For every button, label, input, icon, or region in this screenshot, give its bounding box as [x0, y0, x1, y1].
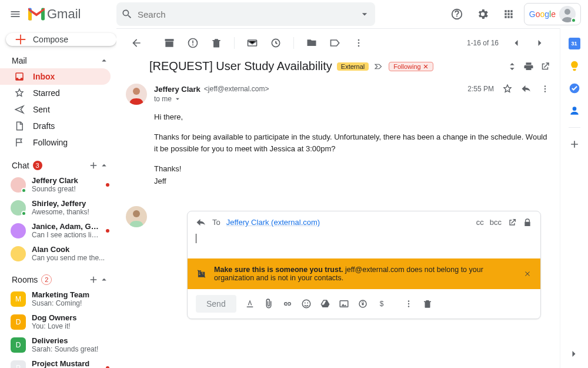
nav-drafts[interactable]: Drafts [0, 118, 111, 134]
compose-label: Compose [33, 35, 68, 44]
apps-grid-icon [503, 8, 514, 20]
room-item[interactable]: PProject MustardSusan: Wow, great d... [0, 356, 116, 368]
archive-icon [163, 37, 175, 49]
archive-button[interactable] [159, 32, 180, 54]
more-vert-icon[interactable] [403, 299, 414, 309]
nav-inbox[interactable]: Inbox [0, 68, 111, 85]
main-menu-button[interactable] [5, 4, 26, 25]
keep-app-icon[interactable] [569, 60, 580, 72]
apps-button[interactable] [498, 4, 519, 25]
reply-icon[interactable] [521, 84, 532, 94]
hide-panel-button[interactable] [568, 348, 580, 360]
message: Jeffery Clark <jeff@external.com> 2:55 P… [116, 79, 560, 206]
svg-point-15 [307, 302, 308, 303]
close-icon[interactable] [524, 269, 531, 279]
plus-icon[interactable] [88, 160, 99, 171]
chat-item[interactable]: Janice, Adam, Gre...Can I see actions li… [0, 219, 116, 242]
move-button[interactable] [301, 32, 322, 54]
contacts-app-icon[interactable] [569, 105, 580, 117]
email-subject: [REQUEST] User Study Availability [149, 59, 332, 73]
cc-button[interactable]: cc [476, 218, 484, 227]
support-button[interactable] [446, 4, 467, 25]
link-icon[interactable] [282, 299, 293, 309]
more-vert-icon[interactable] [540, 84, 550, 94]
spam-button[interactable] [182, 32, 203, 54]
settings-button[interactable] [472, 4, 493, 25]
presence-dot-icon [571, 18, 576, 23]
svg-point-7 [358, 39, 360, 41]
room-item[interactable]: MMarketing TeamSusan: Coming! [0, 287, 116, 310]
attach-icon[interactable] [263, 299, 274, 309]
svg-point-22 [408, 306, 409, 307]
snooze-button[interactable] [265, 32, 286, 54]
expand-icon[interactable] [507, 61, 517, 72]
chevron-up-icon[interactable] [99, 160, 109, 171]
account-chip[interactable]: Google [524, 3, 581, 25]
chat-section-header[interactable]: Chat3 [0, 158, 116, 173]
open-new-icon[interactable] [540, 61, 550, 72]
sender-name: Jeffery Clark [154, 85, 201, 94]
image-icon[interactable] [339, 299, 349, 309]
drive-icon[interactable] [320, 299, 330, 309]
format-icon[interactable] [245, 299, 255, 309]
mark-unread-button[interactable] [242, 32, 263, 54]
label-icon [329, 37, 341, 49]
bcc-button[interactable]: bcc [490, 218, 502, 227]
more-button[interactable] [348, 32, 369, 54]
chat-item[interactable]: Jeffery ClarkSounds great! [0, 173, 116, 196]
delete-button[interactable] [206, 32, 227, 54]
gmail-logo[interactable]: Gmail [28, 6, 81, 22]
get-addons-button[interactable] [569, 138, 580, 150]
reply-recipient[interactable]: Jeffery Clark (external.com) [226, 218, 320, 227]
nav-sent[interactable]: Sent [0, 101, 111, 118]
star-icon[interactable] [502, 84, 513, 94]
tasks-app-icon[interactable] [569, 82, 580, 94]
svg-point-8 [358, 42, 360, 44]
lock-icon[interactable] [523, 218, 532, 227]
mail-section-header[interactable]: Mail [0, 53, 116, 68]
avatar[interactable] [559, 6, 576, 22]
svg-point-13 [302, 300, 310, 308]
trust-warning: Make sure this is someone you trust. jef… [188, 258, 540, 289]
page-info: 1-16 of 16 [467, 39, 499, 47]
plus-icon[interactable] [88, 274, 99, 285]
chevron-up-icon[interactable] [99, 55, 109, 66]
inbox-icon [14, 71, 25, 82]
back-button[interactable] [126, 32, 147, 54]
money-icon[interactable]: $ [376, 299, 387, 309]
next-page-button[interactable] [529, 32, 550, 54]
send-button[interactable]: Send [196, 295, 236, 313]
following-pill[interactable]: Following [389, 62, 433, 71]
reply-textarea[interactable] [188, 234, 540, 258]
compose-button[interactable]: Compose [6, 33, 116, 46]
nav-starred[interactable]: Starred [0, 85, 111, 101]
calendar-app-icon[interactable]: 31 [569, 38, 580, 49]
chat-item[interactable]: Alan CookCan you send me the... [0, 242, 116, 265]
rooms-section-header[interactable]: Rooms2 [0, 272, 116, 287]
trash-icon[interactable] [422, 299, 433, 309]
to-line[interactable]: to me [154, 95, 550, 103]
search-bar[interactable] [116, 2, 375, 26]
reply-icon[interactable] [196, 217, 206, 228]
more-vert-icon [353, 37, 365, 49]
importance-icon[interactable] [373, 61, 384, 72]
domain-disabled-icon [197, 268, 206, 280]
sender-avatar[interactable] [126, 84, 147, 105]
svg-point-14 [305, 302, 306, 303]
rooms-badge: 2 [41, 274, 52, 285]
room-item[interactable]: DDog OwnersYou: Love it! [0, 310, 116, 333]
nav-following[interactable]: Following [0, 134, 111, 151]
open-new-icon[interactable] [507, 218, 517, 227]
chevron-up-icon[interactable] [99, 274, 109, 285]
emoji-icon[interactable] [301, 299, 312, 309]
chevron-right-icon [534, 37, 546, 49]
search-input[interactable] [138, 9, 354, 19]
prev-page-button[interactable] [506, 32, 527, 54]
labels-button[interactable] [325, 32, 346, 54]
print-icon[interactable] [523, 61, 534, 72]
room-item[interactable]: DDeliveriesSarah: Sounds great! [0, 333, 116, 356]
chat-item[interactable]: Shirley, JefferyAwesome, thanks! [0, 196, 116, 219]
confidential-icon[interactable] [358, 299, 368, 309]
search-options-icon[interactable] [359, 8, 370, 20]
close-icon[interactable] [423, 64, 429, 69]
